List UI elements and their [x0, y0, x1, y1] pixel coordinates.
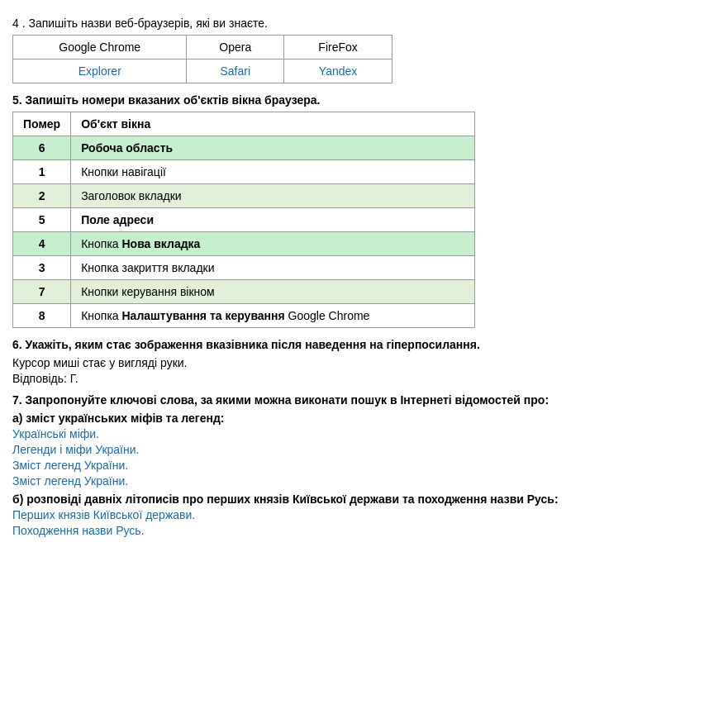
row-object-name: Поле адреси [71, 208, 475, 232]
list-item: Зміст легенд України. [12, 474, 711, 488]
browser-table: Google ChromeOperaFireFoxExplorerSafariY… [12, 35, 392, 83]
q6-answer1: Курсор миші стає у вигляді руки. [12, 356, 711, 369]
q5-title: 5. Запишіть номери вказаних об'єктів вік… [12, 93, 711, 107]
table-row: 5Поле адреси [13, 208, 475, 232]
row-number: 3 [13, 256, 71, 280]
list-item: Легенди і міфи України. [12, 443, 711, 456]
browser-cell: Google Chrome [13, 36, 187, 59]
row-object-name: Кнопка закриття вкладки [71, 256, 475, 280]
row-number: 1 [13, 160, 71, 184]
table-row: 7Кнопки керування вікном [13, 280, 475, 304]
list-item: Зміст легенд України. [12, 459, 711, 472]
row-object-name: Кнопки навігації [71, 160, 475, 184]
table-row: 6Робоча область [13, 136, 475, 160]
q7-section-b-title: б) розповіді давніх літописів про перших… [12, 492, 711, 506]
q7-section-a-title: а) зміст українських міфів та легенд: [12, 412, 711, 425]
col-header-num: Помер [13, 112, 71, 136]
row-number: 6 [13, 136, 71, 160]
table-row: 4Кнопка Нова вкладка [13, 232, 475, 256]
table-row: 8Кнопка Налаштування та керування Google… [13, 304, 475, 328]
col-header-obj: Об'єкт вікна [71, 112, 475, 136]
browser-cell: Opera [187, 36, 284, 59]
question-7: 7. Запропонуйте ключові слова, за якими … [12, 393, 711, 537]
row-object-name: Кнопки керування вікном [71, 280, 475, 304]
question-6: 6. Укажіть, яким стає зображення вказівн… [12, 338, 711, 385]
table-row: 1Кнопки навігації [13, 160, 475, 184]
browser-cell: Explorer [13, 59, 187, 83]
browser-cell: Safari [187, 59, 284, 83]
list-item: Українські міфи. [12, 427, 711, 440]
row-number: 7 [13, 280, 71, 304]
row-object-name: Заголовок вкладки [71, 184, 475, 208]
browser-cell: FireFox [284, 36, 392, 59]
objects-table: Помер Об'єкт вікна 6Робоча область1Кнопк… [12, 112, 475, 328]
q4-title: 4 . Запишіть назви веб-браузерів, які ви… [12, 17, 711, 30]
list-item: Походження назви Русь. [12, 524, 711, 537]
q7-title: 7. Запропонуйте ключові слова, за якими … [12, 393, 711, 407]
row-object-name: Кнопка Налаштування та керування Google … [71, 304, 475, 328]
row-number: 8 [13, 304, 71, 328]
question-5: 5. Запишіть номери вказаних об'єктів вік… [12, 93, 711, 328]
question-4: 4 . Запишіть назви веб-браузерів, які ви… [12, 17, 711, 83]
row-number: 4 [13, 232, 71, 256]
table-row: 3Кнопка закриття вкладки [13, 256, 475, 280]
row-object-name: Кнопка Нова вкладка [71, 232, 475, 256]
table-row: 2Заголовок вкладки [13, 184, 475, 208]
q7-section-a-items: Українські міфи.Легенди і міфи України.З… [12, 427, 711, 488]
q6-answer2: Відповідь: Г. [12, 372, 711, 385]
row-number: 2 [13, 184, 71, 208]
list-item: Перших князів Київської держави. [12, 508, 711, 521]
q7-section-b-items: Перших князів Київської держави.Походжен… [12, 508, 711, 537]
row-number: 5 [13, 208, 71, 232]
q6-title: 6. Укажіть, яким стає зображення вказівн… [12, 338, 711, 351]
browser-cell: Yandex [284, 59, 392, 83]
row-object-name: Робоча область [71, 136, 475, 160]
